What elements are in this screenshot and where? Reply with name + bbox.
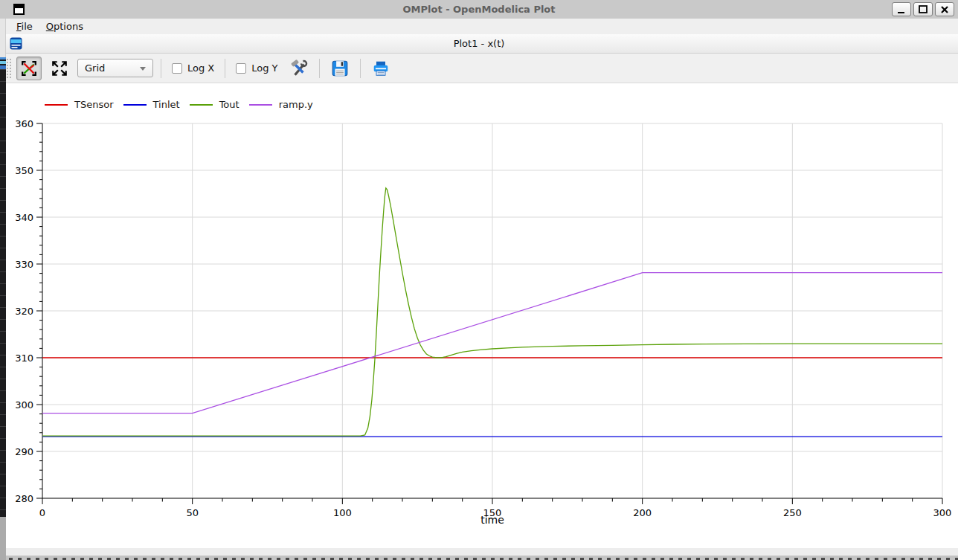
maximize-icon [918, 4, 928, 15]
legend-swatch [45, 104, 68, 106]
x-axis-title: time [480, 514, 504, 526]
svg-text:300: 300 [15, 399, 33, 411]
plot-canvas[interactable]: 0501001502002503002802903003103203303403… [0, 83, 958, 548]
svg-text:200: 200 [633, 507, 652, 518]
minimize-icon [896, 4, 907, 15]
chevron-down-icon [140, 67, 146, 71]
grid-dropdown-value: Grid [85, 62, 105, 74]
legend: TSensorTinletToutramp.y [45, 99, 323, 110]
tabbar: Plot1 - x(t) [0, 34, 958, 54]
log-x-checkbox[interactable] [172, 63, 182, 74]
svg-text:320: 320 [15, 306, 33, 317]
svg-text:50: 50 [186, 507, 199, 518]
window-title: OMPlot - OpenModelica Plot [0, 4, 958, 15]
background-sliver-dark [0, 69, 6, 517]
toolbar-separator [225, 59, 225, 78]
log-x-checkbox-group: Log X [169, 62, 217, 74]
background-sliver-top [0, 19, 6, 57]
legend-swatch [249, 104, 272, 106]
legend-item: Tinlet [123, 99, 180, 110]
setup-button[interactable] [286, 57, 312, 80]
background-sliver-accent [0, 57, 6, 69]
save-button[interactable] [327, 57, 353, 80]
fit-in-view-button[interactable] [47, 57, 72, 80]
svg-text:350: 350 [15, 165, 33, 176]
menubar: File Options [0, 19, 958, 34]
legend-item: ramp.y [249, 99, 313, 110]
plot-zoom-icon [21, 60, 37, 77]
log-y-label: Log Y [251, 62, 277, 74]
svg-text:310: 310 [15, 353, 33, 364]
print-icon [372, 59, 390, 77]
log-y-checkbox[interactable] [236, 63, 246, 74]
expand-arrows-icon [51, 59, 68, 77]
window-controls [892, 2, 954, 16]
svg-text:290: 290 [15, 446, 33, 457]
toolbar: Grid Log X Log Y [0, 54, 958, 83]
maximize-button[interactable] [913, 2, 933, 16]
svg-text:250: 250 [783, 507, 802, 518]
legend-label: Tinlet [153, 99, 180, 110]
titlebar[interactable]: OMPlot - OpenModelica Plot [0, 0, 958, 19]
legend-item: Tout [190, 99, 240, 110]
svg-text:100: 100 [333, 507, 352, 518]
log-y-checkbox-group: Log Y [233, 62, 280, 74]
omplot-window: OMPlot - OpenModelica Plot File Options … [0, 0, 958, 560]
toolbar-separator [161, 59, 161, 78]
legend-label: ramp.y [279, 99, 313, 110]
svg-text:360: 360 [15, 118, 33, 129]
svg-text:300: 300 [933, 507, 952, 518]
toolbar-separator [360, 59, 361, 78]
legend-item: TSensor [45, 99, 114, 110]
toolbar-separator [319, 59, 320, 78]
tab-title[interactable]: Plot1 - x(t) [0, 38, 958, 49]
legend-label: Tout [219, 99, 240, 110]
bottom-window-edge [0, 548, 958, 560]
svg-text:0: 0 [39, 507, 45, 518]
plot-area: 0501001502002503002802903003103203303403… [0, 83, 958, 548]
menu-options[interactable]: Options [39, 20, 90, 33]
toolbar-drag-handle[interactable] [7, 59, 11, 78]
grid-dropdown[interactable]: Grid [77, 59, 153, 77]
svg-text:330: 330 [15, 259, 33, 270]
log-x-label: Log X [187, 62, 214, 74]
legend-swatch [123, 104, 147, 106]
close-icon [939, 4, 950, 15]
close-button[interactable] [935, 2, 954, 16]
save-icon [331, 59, 349, 77]
svg-text:280: 280 [15, 493, 33, 504]
menu-file[interactable]: File [10, 20, 39, 33]
print-button[interactable] [368, 57, 393, 80]
tools-icon [290, 59, 308, 77]
legend-swatch [190, 104, 213, 106]
svg-text:340: 340 [15, 212, 33, 223]
background-sliver-bottom [0, 517, 6, 560]
minimize-button[interactable] [892, 2, 911, 16]
legend-label: TSensor [74, 99, 114, 110]
zoom-mode-button[interactable] [16, 57, 42, 80]
background-window-sliver [0, 19, 6, 560]
